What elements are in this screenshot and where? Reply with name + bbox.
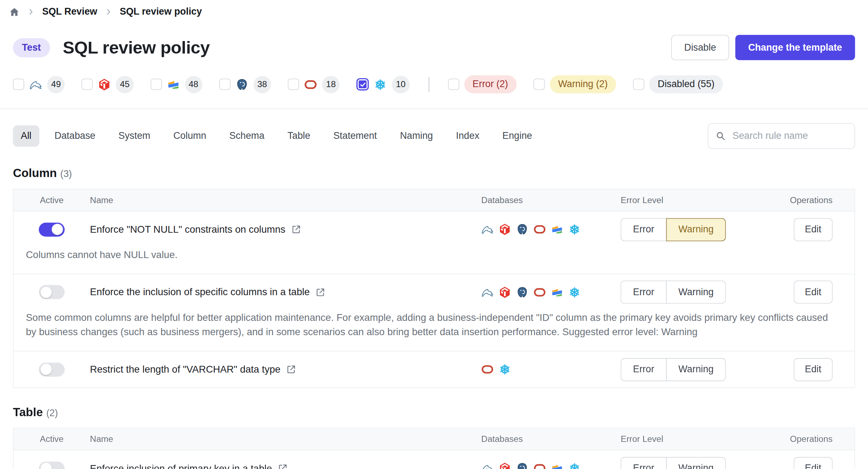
column-header-name: Name xyxy=(90,434,481,444)
filter-oceanbase: 48 xyxy=(150,76,202,93)
tidb-icon xyxy=(98,78,111,91)
breadcrumb-sql-review-policy[interactable]: SQL review policy xyxy=(120,6,202,17)
disabled-level-checkbox[interactable] xyxy=(633,79,644,90)
rule-databases xyxy=(481,286,621,298)
warning-option-button[interactable]: Warning xyxy=(666,281,726,304)
disabled-count-pill[interactable]: Disabled (55) xyxy=(649,75,723,93)
oceanbase-icon xyxy=(167,78,180,91)
rule-databases xyxy=(481,363,621,376)
tab-table[interactable]: Table xyxy=(279,125,318,147)
table-row: Enforce inclusion of primary key in a ta… xyxy=(14,450,854,469)
active-toggle[interactable] xyxy=(39,362,65,376)
rule-name: Enforce the inclusion of specific column… xyxy=(90,286,481,298)
oceanbase-count-badge: 48 xyxy=(185,76,202,93)
snowflake-checkbox[interactable] xyxy=(357,78,369,91)
divider xyxy=(0,109,868,109)
mysql-icon xyxy=(481,462,494,469)
column-header-name: Name xyxy=(90,195,481,205)
edit-button[interactable]: Edit xyxy=(794,218,833,241)
snowflake-icon xyxy=(374,78,387,91)
error-option-button[interactable]: Error xyxy=(621,457,667,469)
warning-count-pill[interactable]: Warning (2) xyxy=(550,75,616,93)
tab-system[interactable]: System xyxy=(111,125,158,147)
snowflake-icon xyxy=(499,363,511,376)
oceanbase-checkbox[interactable] xyxy=(150,79,162,90)
edit-button[interactable]: Edit xyxy=(794,281,833,304)
warning-level-checkbox[interactable] xyxy=(533,79,545,90)
tab-database[interactable]: Database xyxy=(47,125,104,147)
tidb-icon xyxy=(499,462,511,469)
active-toggle[interactable] xyxy=(39,462,65,469)
tab-all[interactable]: All xyxy=(13,125,39,147)
tidb-count-badge: 45 xyxy=(116,76,133,93)
active-toggle[interactable] xyxy=(39,222,65,236)
filter-disabled-level: Disabled (55) xyxy=(633,75,723,93)
oracle-checkbox[interactable] xyxy=(288,79,299,90)
column-header-operations: Operations xyxy=(750,434,854,444)
toggle-knob xyxy=(40,463,52,469)
column-header-error-level: Error Level xyxy=(621,195,750,205)
environment-badge[interactable]: Test xyxy=(13,38,50,57)
external-link-icon[interactable] xyxy=(278,463,288,469)
chevron-right-icon xyxy=(27,8,35,16)
snowflake-icon xyxy=(568,286,581,298)
tab-index[interactable]: Index xyxy=(448,125,487,147)
section-column: Column(3) Active Name Databases Error Le… xyxy=(0,166,868,388)
edit-button[interactable]: Edit xyxy=(794,358,833,381)
postgres-checkbox[interactable] xyxy=(219,79,231,90)
filter-snowflake: 10 xyxy=(357,76,409,93)
toggle-knob xyxy=(40,287,52,298)
error-count-pill[interactable]: Error (2) xyxy=(464,75,516,93)
postgres-icon xyxy=(236,78,248,91)
oracle-icon xyxy=(534,223,546,236)
external-link-icon[interactable] xyxy=(291,224,301,234)
tab-schema[interactable]: Schema xyxy=(222,125,272,147)
snowflake-count-badge: 10 xyxy=(392,76,409,93)
breadcrumb-sql-review[interactable]: SQL Review xyxy=(42,6,97,17)
search-icon xyxy=(716,131,726,141)
disable-button[interactable]: Disable xyxy=(671,35,729,60)
change-template-button[interactable]: Change the template xyxy=(735,35,855,60)
section-title: Column(3) xyxy=(13,166,855,180)
postgres-icon xyxy=(516,286,529,298)
rule-description: Some common columns are helpful for bett… xyxy=(14,310,854,351)
error-level-checkbox[interactable] xyxy=(448,79,459,90)
active-toggle[interactable] xyxy=(39,285,65,299)
error-level-segment: Error Warning xyxy=(621,281,750,304)
tab-statement[interactable]: Statement xyxy=(326,125,385,147)
external-link-icon[interactable] xyxy=(286,364,296,374)
oracle-icon xyxy=(534,286,546,298)
external-link-icon[interactable] xyxy=(316,287,326,297)
column-header-active: Active xyxy=(14,434,90,444)
header-actions: Disable Change the template xyxy=(671,35,855,60)
rule-name: Restrict the length of "VARCHAR" data ty… xyxy=(90,364,481,375)
rule-name: Enforce "NOT NULL" constraints on column… xyxy=(90,223,481,235)
home-icon[interactable] xyxy=(9,6,20,17)
filter-postgres: 38 xyxy=(219,76,271,93)
tidb-checkbox[interactable] xyxy=(82,79,93,90)
warning-option-button[interactable]: Warning xyxy=(666,358,726,381)
edit-button[interactable]: Edit xyxy=(794,457,833,469)
rule-databases xyxy=(481,462,621,469)
filter-mysql: 49 xyxy=(13,76,65,93)
column-header-operations: Operations xyxy=(750,195,854,205)
tab-naming[interactable]: Naming xyxy=(392,125,441,147)
error-option-button[interactable]: Error xyxy=(621,358,667,381)
search-input[interactable] xyxy=(731,130,847,142)
page-header: Test SQL review policy Disable Change th… xyxy=(0,35,868,60)
tab-column[interactable]: Column xyxy=(166,125,214,147)
rules-table: Active Name Databases Error Level Operat… xyxy=(13,428,855,469)
warning-option-button[interactable]: Warning xyxy=(666,218,726,241)
rule-databases xyxy=(481,223,621,236)
error-option-button[interactable]: Error xyxy=(621,281,667,304)
mysql-checkbox[interactable] xyxy=(13,79,24,90)
error-option-button[interactable]: Error xyxy=(621,218,667,241)
snowflake-icon xyxy=(568,462,581,469)
tab-engine[interactable]: Engine xyxy=(495,125,540,147)
postgres-icon xyxy=(516,462,529,469)
search-box xyxy=(708,123,855,149)
column-header-active: Active xyxy=(14,195,90,205)
warning-option-button[interactable]: Warning xyxy=(666,457,726,469)
mysql-count-badge: 49 xyxy=(47,76,65,93)
postgres-count-badge: 38 xyxy=(253,76,271,93)
